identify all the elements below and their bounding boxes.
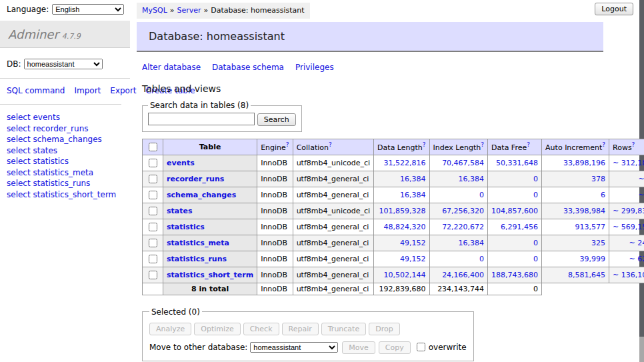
- bulk-action-button[interactable]: Analyze: [149, 323, 191, 335]
- sidebar: Language:English Adminer4.7.9 DB:homeass…: [0, 0, 130, 201]
- rows-count-link[interactable]: ~ 299,833: [613, 207, 644, 215]
- table-name-link[interactable]: schema_changes: [167, 191, 236, 199]
- auto-increment-link[interactable]: 913,577: [575, 223, 606, 231]
- index-length-link[interactable]: 67,256,320: [442, 207, 484, 215]
- rows-count-link[interactable]: ~ 628: [629, 255, 644, 263]
- sidebar-table-link[interactable]: select events: [7, 112, 130, 123]
- overwrite-checkbox[interactable]: [417, 343, 425, 351]
- data-length-link[interactable]: 31,522,816: [384, 159, 426, 167]
- index-length-link[interactable]: 70,467,584: [442, 159, 484, 167]
- auto-increment-link[interactable]: 33,898,196: [563, 159, 605, 167]
- sidebar-action-link[interactable]: Export: [110, 86, 136, 95]
- data-length-link[interactable]: 10,502,144: [384, 271, 426, 279]
- db-label: DB:: [7, 59, 21, 69]
- move-db-select[interactable]: homeassistant: [250, 342, 338, 353]
- sidebar-table-link[interactable]: select recorder_runs: [7, 123, 130, 135]
- auto-increment-link[interactable]: 33,398,984: [563, 207, 605, 215]
- content-link[interactable]: Alter database: [142, 63, 201, 72]
- content-link[interactable]: Privileges: [295, 63, 334, 72]
- data-length-link[interactable]: 16,384: [400, 175, 426, 183]
- auto-increment-link[interactable]: 6: [601, 191, 605, 199]
- auto-increment-link[interactable]: 8,581,645: [568, 271, 605, 279]
- language-select[interactable]: English: [52, 4, 124, 15]
- help-icon[interactable]: ?: [423, 141, 426, 148]
- row-select-checkbox[interactable]: [149, 255, 157, 263]
- data-length-link[interactable]: 49,152: [400, 239, 426, 247]
- data-length-link[interactable]: 16,384: [400, 191, 426, 199]
- table-row: events InnoDB utf8mb4_unicode_ci 31,522,…: [143, 155, 644, 171]
- help-icon[interactable]: ?: [481, 141, 484, 148]
- move-button[interactable]: Move: [342, 341, 375, 354]
- search-input[interactable]: [148, 113, 255, 125]
- table-name-link[interactable]: recorder_runs: [167, 175, 224, 183]
- rows-count-link[interactable]: ~ 5: [638, 175, 644, 183]
- rows-count-link[interactable]: ~ 3: [638, 191, 644, 199]
- data-free-link[interactable]: 0: [533, 239, 538, 247]
- index-length-link[interactable]: 0: [479, 255, 484, 263]
- data-free-link[interactable]: 0: [533, 255, 538, 263]
- auto-increment-link[interactable]: 378: [591, 175, 605, 183]
- help-icon[interactable]: ?: [527, 141, 530, 148]
- table-name-link[interactable]: statistics_runs: [167, 255, 227, 263]
- help-icon[interactable]: ?: [329, 141, 332, 148]
- data-length-link[interactable]: 49,152: [400, 255, 426, 263]
- data-free-link[interactable]: 0: [533, 175, 538, 183]
- bulk-action-button[interactable]: Repair: [282, 323, 319, 335]
- bulk-actions-row: AnalyzeOptimizeCheckRepairTruncateDrop: [149, 323, 467, 335]
- bulk-action-button[interactable]: Drop: [369, 323, 399, 335]
- select-all-checkbox[interactable]: [149, 143, 157, 151]
- row-select-checkbox[interactable]: [149, 175, 157, 183]
- table-row: statistics_runs InnoDB utf8mb4_general_c…: [143, 251, 644, 267]
- row-select-checkbox[interactable]: [149, 191, 157, 199]
- index-length-link[interactable]: 0: [479, 191, 484, 199]
- data-length-link[interactable]: 101,859,328: [379, 207, 426, 215]
- table-name-link[interactable]: statistics: [167, 223, 205, 231]
- index-length-link[interactable]: 16,384: [459, 239, 485, 247]
- table-name-link[interactable]: events: [167, 159, 195, 167]
- search-button[interactable]: Search: [257, 113, 296, 126]
- sidebar-table-link[interactable]: select statistics_meta: [7, 167, 130, 179]
- sidebar-table-link[interactable]: select states: [7, 145, 130, 157]
- bulk-action-button[interactable]: Truncate: [321, 323, 366, 335]
- auto-increment-link[interactable]: 39,999: [580, 255, 606, 263]
- data-free-link[interactable]: 6,291,456: [501, 223, 538, 231]
- auto-increment-link[interactable]: 325: [591, 239, 605, 247]
- language-label: Language:: [7, 5, 49, 14]
- row-select-checkbox[interactable]: [149, 207, 157, 215]
- data-free-link[interactable]: 50,331,648: [496, 159, 538, 167]
- index-length-link[interactable]: 16,384: [459, 175, 485, 183]
- table-name-link[interactable]: statistics_short_term: [167, 271, 253, 279]
- sidebar-table-link[interactable]: select statistics: [7, 156, 130, 167]
- rows-count-link[interactable]: ~ 569,159: [613, 223, 644, 231]
- breadcrumb-mysql-link[interactable]: MySQL: [142, 6, 167, 15]
- rows-count-link[interactable]: ~ 312,180: [613, 159, 644, 167]
- content-link[interactable]: Database schema: [212, 63, 284, 72]
- row-select-checkbox[interactable]: [149, 239, 157, 247]
- help-icon[interactable]: ?: [602, 141, 605, 148]
- rows-count-link[interactable]: ~ 136,108: [613, 271, 644, 279]
- sidebar-action-link[interactable]: SQL command: [7, 86, 65, 95]
- data-length-link[interactable]: 48,824,320: [384, 223, 426, 231]
- row-select-checkbox[interactable]: [149, 159, 157, 167]
- row-select-checkbox[interactable]: [149, 223, 157, 231]
- data-free-link[interactable]: 104,857,600: [491, 207, 538, 215]
- data-free-link[interactable]: 0: [533, 191, 538, 199]
- help-icon[interactable]: ?: [632, 141, 635, 148]
- table-name-link[interactable]: states: [167, 207, 193, 215]
- help-icon[interactable]: ?: [286, 141, 289, 148]
- sidebar-table-link[interactable]: select statistics_short_term: [7, 189, 130, 201]
- rows-count-link[interactable]: ~ 244: [629, 239, 644, 247]
- bulk-action-button[interactable]: Check: [243, 323, 279, 335]
- sidebar-action-link[interactable]: Import: [74, 86, 101, 95]
- bulk-action-button[interactable]: Optimize: [194, 323, 240, 335]
- copy-button[interactable]: Copy: [379, 341, 411, 354]
- data-free-link[interactable]: 188,743,680: [491, 271, 538, 279]
- sidebar-table-link[interactable]: select statistics_runs: [7, 178, 130, 189]
- table-name-link[interactable]: statistics_meta: [167, 239, 229, 247]
- index-length-link[interactable]: 72,220,672: [442, 223, 484, 231]
- row-select-checkbox[interactable]: [149, 271, 157, 279]
- db-select[interactable]: homeassistant: [24, 59, 103, 69]
- breadcrumb-server-link[interactable]: Server: [177, 6, 201, 15]
- sidebar-table-link[interactable]: select schema_changes: [7, 134, 130, 145]
- index-length-link[interactable]: 24,166,400: [442, 271, 484, 279]
